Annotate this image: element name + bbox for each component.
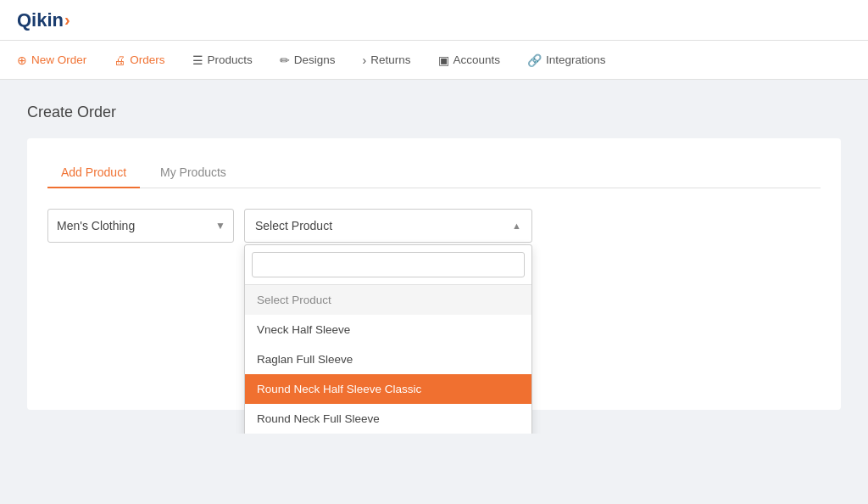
header: Qikin › xyxy=(0,0,868,41)
product-dropdown-arrow-icon: ▲ xyxy=(512,221,521,231)
returns-icon: › xyxy=(363,53,367,67)
list-item[interactable]: Round Neck Full Sleeve xyxy=(245,404,531,434)
nav-label-returns: Returns xyxy=(370,53,410,66)
nav-item-returns[interactable]: › Returns xyxy=(359,41,415,79)
nav-item-accounts[interactable]: ▣ Accounts xyxy=(435,41,504,79)
tab-add-product[interactable]: Add Product xyxy=(47,159,140,188)
create-order-card: Add Product My Products Men's Clothing W… xyxy=(27,138,841,410)
tabs: Add Product My Products xyxy=(47,159,821,188)
product-search-input[interactable] xyxy=(252,252,525,277)
logo: Qikin › xyxy=(17,9,70,31)
nav-label-integrations: Integrations xyxy=(546,53,606,66)
nav-label-new-order: New Order xyxy=(31,53,86,66)
list-item[interactable]: Vneck Half Sleeve xyxy=(245,315,531,344)
designs-icon: ✏ xyxy=(280,53,290,67)
nav-label-orders: Orders xyxy=(130,53,164,66)
nav-item-products[interactable]: ☰ Products xyxy=(189,41,256,79)
main-content: Create Order Add Product My Products Men… xyxy=(0,80,868,434)
orders-icon: 🖨 xyxy=(114,53,125,67)
accounts-icon: ▣ xyxy=(438,53,449,67)
nav-label-accounts: Accounts xyxy=(453,53,501,66)
nav-label-designs: Designs xyxy=(294,53,336,66)
products-icon: ☰ xyxy=(192,53,203,67)
nav-item-designs[interactable]: ✏ Designs xyxy=(276,41,339,79)
product-dropdown-trigger[interactable]: Select Product ▲ xyxy=(244,209,532,243)
category-select[interactable]: Men's Clothing Women's Clothing Kids' Cl… xyxy=(47,209,234,243)
integrations-icon: 🔗 xyxy=(527,53,542,67)
logo-text: Qikin xyxy=(17,9,64,31)
page-title: Create Order xyxy=(27,104,841,121)
nav-item-orders[interactable]: 🖨 Orders xyxy=(110,41,168,79)
list-item[interactable]: Raglan Full Sleeve xyxy=(245,344,531,374)
dropdown-search-area xyxy=(245,245,531,285)
nav-item-integrations[interactable]: 🔗 Integrations xyxy=(524,41,609,79)
nav-label-products: Products xyxy=(208,53,253,66)
nav-item-new-order[interactable]: ⊕ New Order xyxy=(14,41,90,79)
product-dropdown-label: Select Product xyxy=(255,219,332,232)
product-dropdown-wrapper: Select Product ▲ Select Product Vneck Ha… xyxy=(244,209,532,243)
logo-arrow-icon: › xyxy=(64,10,70,30)
product-dropdown-panel: Select Product Vneck Half Sleeve Raglan … xyxy=(244,244,532,434)
tab-my-products[interactable]: My Products xyxy=(147,159,240,188)
list-item[interactable]: Select Product xyxy=(245,285,531,315)
category-select-wrapper: Men's Clothing Women's Clothing Kids' Cl… xyxy=(47,209,234,243)
list-item[interactable]: Round Neck Half Sleeve Classic xyxy=(245,374,531,404)
product-dropdown-list: Select Product Vneck Half Sleeve Raglan … xyxy=(245,285,531,434)
new-order-icon: ⊕ xyxy=(17,53,27,67)
navigation: ⊕ New Order 🖨 Orders ☰ Products ✏ Design… xyxy=(0,41,868,80)
form-row: Men's Clothing Women's Clothing Kids' Cl… xyxy=(47,209,821,243)
